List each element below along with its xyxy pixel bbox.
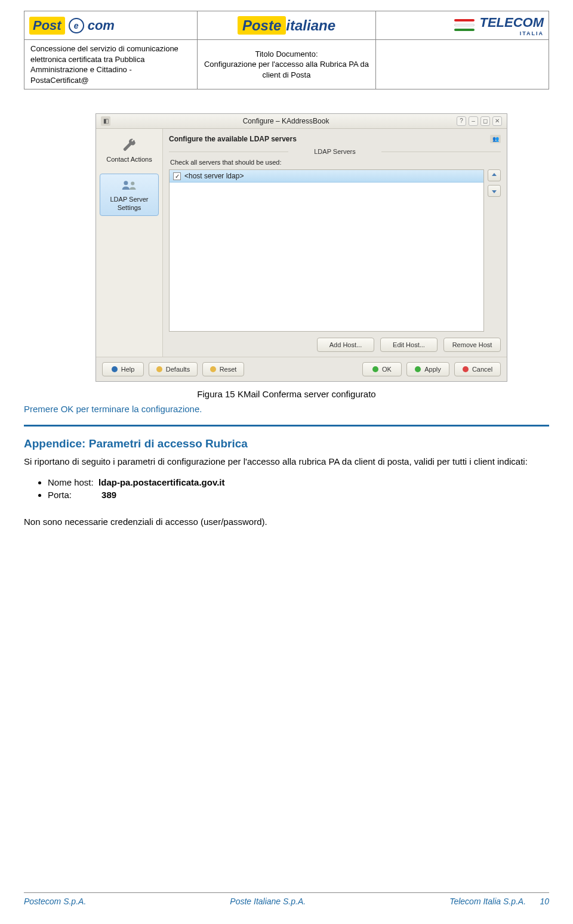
- sidebar-item-contact-actions[interactable]: Contact Actions: [100, 134, 159, 168]
- edit-host-button[interactable]: Edit Host...: [380, 338, 438, 352]
- page-footer: Postecom S.p.A. Poste Italiane S.p.A. Te…: [24, 892, 549, 906]
- logo-postecom: Postecom: [29, 17, 192, 35]
- svg-point-0: [124, 181, 128, 186]
- list-item: Porta: 389: [48, 490, 549, 500]
- dialog-title: Configure – KAddressBook: [115, 117, 457, 125]
- remove-host-button[interactable]: Remove Host: [443, 338, 501, 352]
- group-ldap-servers: LDAP Servers: [169, 148, 501, 155]
- logo-telecom: TELECOM ITALIA: [381, 15, 544, 36]
- minimize-window-button[interactable]: –: [469, 116, 478, 126]
- defaults-button[interactable]: Defaults: [149, 362, 198, 376]
- logo-posteitaliane: Posteitaliane: [202, 17, 371, 34]
- svg-point-1: [131, 182, 134, 186]
- help-window-button[interactable]: ?: [457, 116, 466, 126]
- list-item[interactable]: ✓ <host server ldap>: [170, 170, 483, 183]
- header-center-text: Titolo Documento: Configurazione per l'a…: [198, 40, 376, 89]
- help-button[interactable]: Help: [102, 362, 144, 376]
- dialog-sidebar: Contact Actions LDAP Server Settings: [96, 129, 163, 357]
- footer-left: Postecom S.p.A.: [24, 897, 86, 906]
- sidebar-item-ldap-settings[interactable]: LDAP Server Settings: [100, 174, 159, 215]
- move-up-button[interactable]: [488, 169, 501, 181]
- dialog-titlebar: ◧ Configure – KAddressBook ? – ◻ ✕: [96, 114, 507, 129]
- reset-button[interactable]: Reset: [202, 362, 244, 376]
- document-header: Postecom Posteitaliane TELECOM ITALIA: [24, 11, 549, 89]
- close-window-button[interactable]: ✕: [492, 116, 502, 126]
- ldap-server-list[interactable]: ✓ <host server ldap>: [169, 169, 484, 332]
- ok-button[interactable]: OK: [362, 362, 402, 376]
- people-icon: 👥: [490, 135, 501, 143]
- appendix-title: Appendice: Parametri di accesso Rubrica: [24, 437, 549, 450]
- list-item-label: <host server ldap>: [184, 172, 244, 180]
- kaddressbook-dialog: ◧ Configure – KAddressBook ? – ◻ ✕ Conta…: [96, 113, 507, 382]
- ldap-people-icon: [120, 178, 139, 193]
- wrench-icon: [120, 138, 139, 153]
- appendix-paragraph: Si riportano di seguito i parametri di c…: [24, 455, 549, 469]
- dialog-main-pane: Configure the available LDAP servers 👥 L…: [163, 129, 507, 357]
- section-divider: [24, 425, 549, 427]
- figure-caption: Figura 15 KMail Conferma server configur…: [24, 389, 549, 399]
- move-down-button[interactable]: [488, 185, 501, 197]
- header-left-text: Concessione del servizio di comunicazion…: [24, 40, 198, 89]
- instruction-text: Premere OK per terminare la configurazio…: [24, 404, 549, 414]
- pane-title-text: Configure the available LDAP servers: [169, 135, 297, 143]
- list-item: Nome host: ldap-pa.postacertificata.gov.…: [48, 477, 549, 487]
- page-number: 10: [540, 897, 549, 906]
- cancel-button[interactable]: Cancel: [454, 362, 501, 376]
- maximize-window-button[interactable]: ◻: [480, 116, 490, 126]
- dialog-footer: Help Defaults Reset OK Apply Cancel: [96, 357, 507, 381]
- credentials-note: Non sono necessarie credenziali di acces…: [24, 517, 549, 527]
- parameter-list: Nome host: ldap-pa.postacertificata.gov.…: [48, 477, 549, 500]
- add-host-button[interactable]: Add Host...: [317, 338, 374, 352]
- checkbox-icon[interactable]: ✓: [173, 172, 181, 180]
- hint-text: Check all servers that should be used:: [170, 159, 500, 166]
- footer-center: Poste Italiane S.p.A.: [230, 897, 306, 906]
- apply-button[interactable]: Apply: [406, 362, 449, 376]
- app-icon: ◧: [101, 116, 110, 126]
- footer-right: Telecom Italia S.p.A.: [449, 897, 526, 906]
